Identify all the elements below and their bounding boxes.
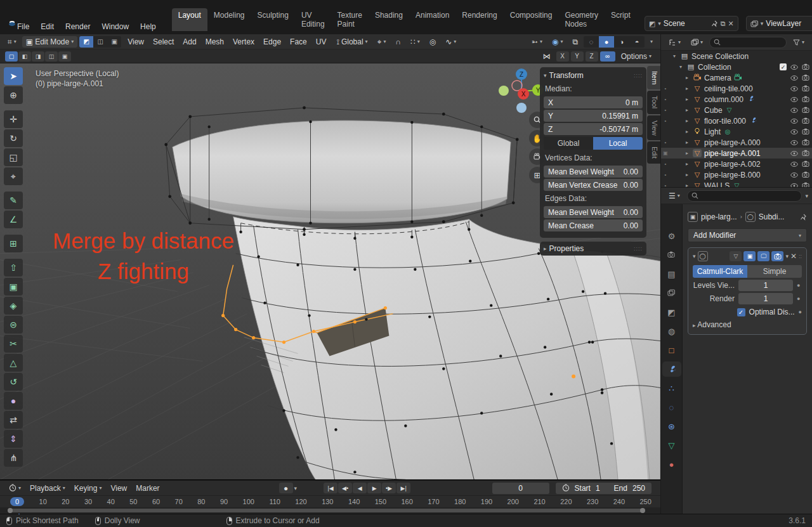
eye-icon[interactable]	[790, 140, 798, 145]
tool-tab[interactable]: ⚙	[664, 230, 680, 242]
ruler-tick[interactable]: 10	[39, 498, 47, 505]
properties-editor-type-button[interactable]: ☰▾	[665, 190, 684, 202]
ruler-tick[interactable]: 90	[220, 498, 228, 505]
edge-select-icon[interactable]: ◫	[93, 36, 107, 48]
ruler-tick[interactable]: 220	[560, 498, 572, 505]
show-gizmo-button[interactable]: ➳▾	[528, 36, 546, 48]
snap-magnet-icon[interactable]: ∩	[391, 36, 405, 48]
tab-edit[interactable]: Edit	[647, 141, 660, 164]
filter-button[interactable]: ▾	[789, 38, 808, 47]
view-menu[interactable]: View	[107, 483, 131, 494]
workspace-tab-uv-editing[interactable]: UV Editing	[295, 8, 331, 31]
ruler-tick[interactable]: 190	[481, 498, 492, 505]
collapse-icon[interactable]: ▾	[693, 253, 696, 259]
wireframe-shading-icon[interactable]: ◌	[584, 36, 599, 48]
camera-visibility-icon[interactable]	[802, 74, 809, 81]
outliner-row-floor-tile[interactable]: •▸▽ floor-tile.000	[661, 115, 812, 126]
edge-slide-tool[interactable]: ⇄	[4, 411, 23, 429]
eye-icon[interactable]	[790, 86, 798, 91]
bevel-tool[interactable]: ◈	[4, 297, 23, 315]
modifiers-tab[interactable]	[664, 363, 680, 375]
optimal-display-checkbox[interactable]: ✓	[737, 308, 745, 316]
constraints-tab[interactable]: ⊛	[664, 420, 680, 433]
mode-selector[interactable]: ▣ Edit Mode▾	[22, 36, 77, 48]
cursor-tool[interactable]: ⊕	[4, 86, 23, 104]
breadcrumb-modifier[interactable]: Subdi...	[759, 212, 785, 221]
topbar-menu-item[interactable]: Edit	[35, 20, 60, 34]
material-shading-icon[interactable]: ◑	[614, 36, 629, 48]
transform-panel-title[interactable]: Transform	[549, 71, 584, 80]
chevron-down-icon[interactable]: ▾	[658, 20, 661, 27]
mirror-y-toggle[interactable]: Y	[571, 51, 584, 62]
extrude-region-tool[interactable]: ⇧	[4, 259, 23, 277]
camera-visibility-icon[interactable]	[802, 128, 809, 135]
transform-tool[interactable]: ⌖	[4, 167, 23, 185]
properties-options-dropdown[interactable]: ▾	[805, 193, 808, 199]
ruler-tick[interactable]: 60	[152, 498, 160, 505]
outliner-row-pipe-large-a001[interactable]: ▣▸▽ pipe-large-A.001	[661, 148, 812, 159]
scene-selector[interactable]: ◩▾ Scene ⧉ ✕	[645, 16, 738, 31]
ruler-tick[interactable]: 160	[401, 498, 412, 505]
topbar-menu-item[interactable]: File	[11, 20, 35, 34]
eye-icon[interactable]	[790, 162, 798, 167]
move-tool[interactable]: ✛	[4, 110, 23, 128]
add-modifier-button[interactable]: Add Modifier▾	[688, 228, 807, 242]
select-box-tool[interactable]: ➤	[4, 67, 23, 85]
eye-icon[interactable]	[790, 119, 798, 124]
ruler-tick[interactable]: 50	[129, 498, 137, 505]
poly-build-tool[interactable]: △	[4, 354, 23, 372]
spin-tool[interactable]: ↺	[4, 373, 23, 391]
advanced-section[interactable]: ▸ Advanced	[693, 320, 802, 329]
mean-crease-field[interactable]: Mean Crease0.00	[544, 219, 643, 231]
new-scene-icon[interactable]: ⧉	[721, 20, 726, 28]
viewport-menu-item[interactable]: Vertex	[228, 36, 259, 48]
ruler-tick[interactable]: 80	[197, 498, 205, 505]
ruler-tick[interactable]: 120	[295, 498, 306, 505]
topbar-menu-item[interactable]: Help	[134, 20, 162, 34]
ruler-tick[interactable]: 140	[348, 498, 360, 505]
eye-icon[interactable]	[790, 65, 798, 70]
camera-visibility-icon[interactable]	[802, 107, 809, 114]
camera-visibility-icon[interactable]	[802, 63, 809, 70]
simple-button[interactable]: Simple	[747, 265, 802, 278]
median-z-field[interactable]: Z-0.50747 m	[544, 123, 643, 135]
ruler-tick[interactable]: 110	[269, 498, 280, 505]
world-tab[interactable]: ◍	[664, 325, 680, 337]
face-select-icon[interactable]: ▣	[107, 36, 121, 48]
pivot-point-button[interactable]: ⌖▾	[374, 36, 390, 48]
viewport-menu-item[interactable]: Mesh	[201, 36, 228, 48]
scale-tool[interactable]: ◱	[4, 148, 23, 166]
viewport-menu-item[interactable]: Select	[148, 36, 178, 48]
knife-tool[interactable]: ✂	[4, 335, 23, 353]
properties-collapsed-panel[interactable]: ▸ Properties::::	[540, 242, 646, 256]
modifier-extras-dropdown[interactable]: ▾	[785, 253, 789, 259]
viewport-menu-item[interactable]: Edge	[259, 36, 285, 48]
viewport-menu-item[interactable]: Add	[178, 36, 200, 48]
view-layer-name[interactable]: ViewLayer	[766, 19, 810, 28]
animate-dot-icon[interactable]: ●	[797, 282, 802, 289]
mirror-x-toggle[interactable]: X	[556, 51, 569, 62]
camera-visibility-icon[interactable]	[802, 85, 809, 92]
snap-settings-button[interactable]: ∷▾	[407, 36, 424, 48]
shading-dropdown[interactable]: ▾	[646, 37, 657, 46]
outliner-row-light[interactable]: ▸ Light◎	[661, 126, 812, 137]
falloff-button[interactable]: ∿▾	[442, 36, 460, 48]
select-intersect-icon[interactable]: ▣	[58, 51, 71, 62]
ruler-tick[interactable]: 20	[62, 498, 69, 505]
show-in-viewport-icon[interactable]: 🖵	[757, 251, 769, 261]
options-button[interactable]: Options▾	[617, 51, 655, 62]
tab-tool[interactable]: Tool	[647, 91, 660, 114]
tab-view[interactable]: View	[647, 115, 660, 141]
properties-search-input[interactable]	[687, 190, 802, 202]
mean-bevel-weight-edge-field[interactable]: Mean Bevel Weight0.00	[544, 206, 643, 218]
render-tab[interactable]	[664, 249, 680, 261]
camera-visibility-icon[interactable]	[802, 117, 809, 124]
jump-to-end-button[interactable]: ▶|	[396, 483, 410, 493]
jump-to-start-button[interactable]: |◀	[324, 483, 337, 493]
ruler-tick[interactable]: 150	[375, 498, 386, 505]
smooth-tool[interactable]: ●	[4, 392, 23, 410]
ruler-tick[interactable]: 200	[508, 498, 519, 505]
camera-visibility-icon[interactable]	[802, 182, 809, 188]
view-layer-selector[interactable]: ▾ ViewLayer ⧉ ✕	[746, 16, 812, 31]
outliner-editor-type-button[interactable]: ▾	[665, 37, 684, 47]
